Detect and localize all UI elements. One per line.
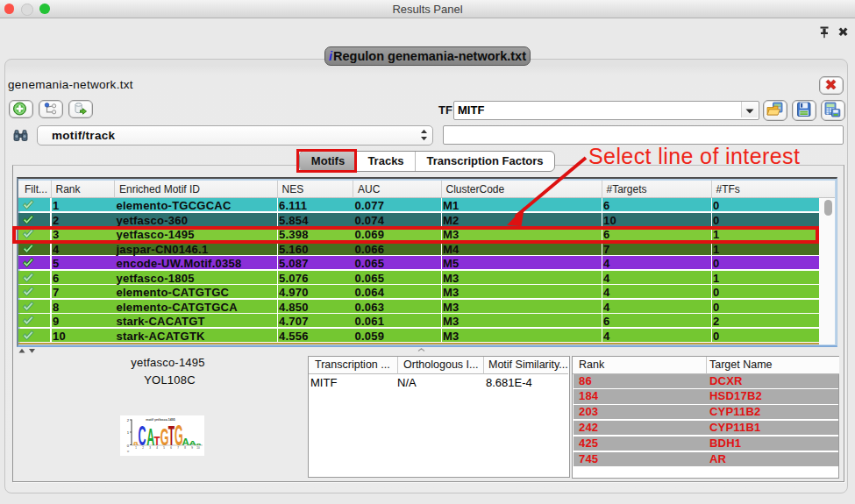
svg-text:10: 10 [196, 446, 200, 450]
